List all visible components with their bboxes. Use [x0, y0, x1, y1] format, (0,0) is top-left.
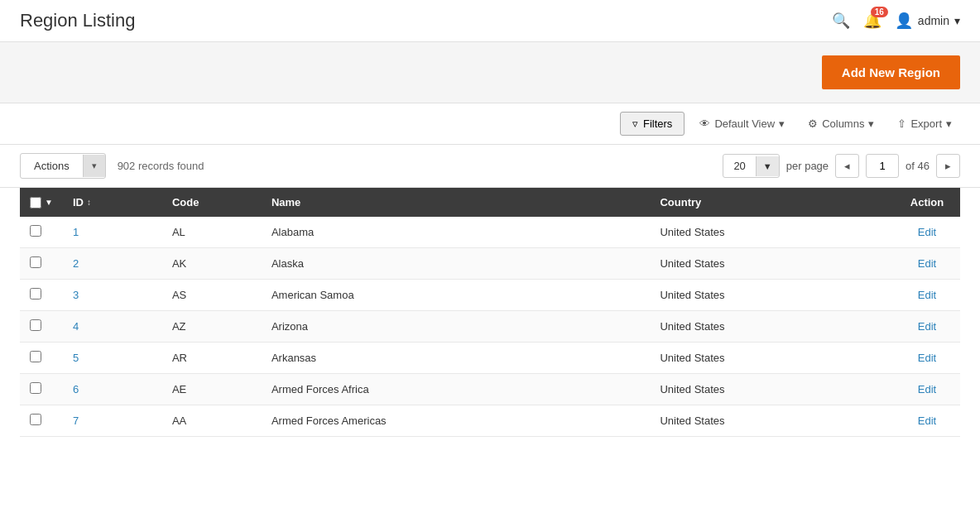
row-checkbox[interactable] — [30, 225, 41, 237]
row-checkbox[interactable] — [30, 319, 41, 331]
table-row: 2 AK Alaska United States Edit — [20, 248, 960, 280]
row-action: Edit — [894, 405, 960, 437]
user-menu-button[interactable]: 👤 admin ▾ — [895, 12, 960, 30]
row-checkbox[interactable] — [30, 351, 41, 362]
row-id: 1 — [63, 217, 162, 248]
per-page-caret-icon[interactable]: ▼ — [756, 156, 779, 176]
table-body: 1 AL Alabama United States Edit 2 AK Ala… — [20, 217, 960, 437]
row-checkbox-cell — [20, 405, 63, 437]
row-name: Arkansas — [262, 343, 651, 374]
user-caret-icon: ▾ — [954, 14, 960, 27]
action-label: Action — [910, 196, 944, 208]
prev-page-button[interactable]: ◂ — [835, 154, 859, 178]
columns-button[interactable]: ⚙ Columns ▾ — [800, 113, 882, 135]
row-code: AS — [162, 280, 262, 311]
header-caret-icon[interactable]: ▼ — [45, 198, 53, 207]
actions-label: Actions — [21, 154, 83, 178]
row-country: United States — [650, 280, 894, 311]
row-action: Edit — [894, 217, 960, 248]
edit-link[interactable]: Edit — [918, 257, 936, 270]
filter-bar: ▿ Filters 👁 Default View ▾ ⚙ Columns ▾ ⇧… — [0, 103, 980, 145]
sort-id-icon[interactable]: ↕ — [87, 198, 91, 207]
row-checkbox[interactable] — [30, 414, 41, 425]
row-checkbox-cell — [20, 217, 63, 248]
row-checkbox[interactable] — [30, 256, 41, 268]
row-id-link[interactable]: 5 — [73, 352, 79, 364]
select-all-checkbox[interactable] — [30, 197, 41, 208]
filters-label: Filters — [643, 117, 672, 130]
table-container: ▼ ID ↕ Code Name Country — [0, 188, 980, 457]
id-label: ID — [73, 196, 84, 208]
header-code: Code — [162, 188, 262, 217]
table-row: 4 AZ Arizona United States Edit — [20, 311, 960, 343]
row-code: AZ — [162, 311, 262, 343]
row-id-link[interactable]: 4 — [73, 320, 79, 333]
row-id-link[interactable]: 2 — [73, 257, 79, 270]
row-id-link[interactable]: 7 — [73, 415, 79, 427]
row-id: 3 — [63, 280, 162, 311]
eye-icon: 👁 — [699, 117, 710, 130]
row-id: 6 — [63, 374, 162, 405]
code-label: Code — [172, 196, 199, 208]
table-row: 3 AS American Samoa United States Edit — [20, 280, 960, 311]
prev-icon: ◂ — [844, 160, 850, 172]
filters-button[interactable]: ▿ Filters — [620, 112, 685, 136]
row-name: Armed Forces Americas — [262, 405, 651, 437]
export-button[interactable]: ⇧ Export ▾ — [889, 113, 960, 135]
default-view-button[interactable]: 👁 Default View ▾ — [691, 113, 793, 135]
name-label: Name — [271, 196, 300, 208]
notification-badge: 16 — [871, 7, 888, 17]
current-page-input[interactable] — [866, 154, 899, 178]
per-page-select[interactable]: 20 ▼ — [723, 154, 779, 178]
row-id-link[interactable]: 1 — [73, 226, 79, 238]
columns-label: Columns — [822, 117, 864, 130]
next-page-button[interactable]: ▸ — [936, 154, 960, 178]
per-page-value: 20 — [723, 155, 755, 177]
row-code: AR — [162, 343, 262, 374]
top-header: Region Listing 🔍 🔔 16 👤 admin ▾ — [0, 0, 980, 42]
edit-link[interactable]: Edit — [918, 352, 936, 364]
columns-caret-icon: ▾ — [868, 117, 874, 130]
row-action: Edit — [894, 248, 960, 280]
row-checkbox-cell — [20, 248, 63, 280]
row-id-link[interactable]: 3 — [73, 289, 79, 301]
row-action: Edit — [894, 374, 960, 405]
row-country: United States — [650, 311, 894, 343]
row-id: 4 — [63, 311, 162, 343]
row-country: United States — [650, 343, 894, 374]
row-checkbox-cell — [20, 374, 63, 405]
edit-link[interactable]: Edit — [918, 320, 936, 333]
user-name: admin — [918, 14, 949, 27]
export-label: Export — [910, 117, 942, 130]
edit-link[interactable]: Edit — [918, 415, 936, 427]
row-checkbox-cell — [20, 343, 63, 374]
edit-link[interactable]: Edit — [918, 226, 936, 238]
row-checkbox[interactable] — [30, 288, 41, 300]
actions-bar: Actions ▾ 902 records found 20 ▼ per pag… — [0, 145, 980, 188]
row-name: Alabama — [262, 217, 651, 248]
export-icon: ⇧ — [897, 117, 906, 130]
page-title: Region Listing — [20, 10, 135, 31]
header-right: 🔍 🔔 16 👤 admin ▾ — [832, 12, 960, 30]
row-country: United States — [650, 248, 894, 280]
toolbar-bar: Add New Region — [0, 42, 980, 103]
notifications-button[interactable]: 🔔 16 — [863, 12, 882, 30]
row-checkbox[interactable] — [30, 382, 41, 394]
actions-dropdown[interactable]: Actions ▾ — [20, 153, 106, 179]
row-checkbox-cell — [20, 311, 63, 343]
table-row: 1 AL Alabama United States Edit — [20, 217, 960, 248]
row-action: Edit — [894, 280, 960, 311]
add-new-region-button[interactable]: Add New Region — [822, 55, 960, 89]
row-id-link[interactable]: 6 — [73, 383, 79, 395]
header-country: Country — [650, 188, 894, 217]
gear-icon: ⚙ — [808, 117, 818, 130]
edit-link[interactable]: Edit — [918, 383, 936, 395]
search-button[interactable]: 🔍 — [832, 12, 850, 30]
row-name: American Samoa — [262, 280, 651, 311]
edit-link[interactable]: Edit — [918, 289, 936, 301]
per-page-label: per page — [786, 160, 829, 172]
header-name: Name — [262, 188, 651, 217]
header-checkbox-col: ▼ — [20, 188, 63, 217]
row-country: United States — [650, 374, 894, 405]
row-code: AA — [162, 405, 262, 437]
